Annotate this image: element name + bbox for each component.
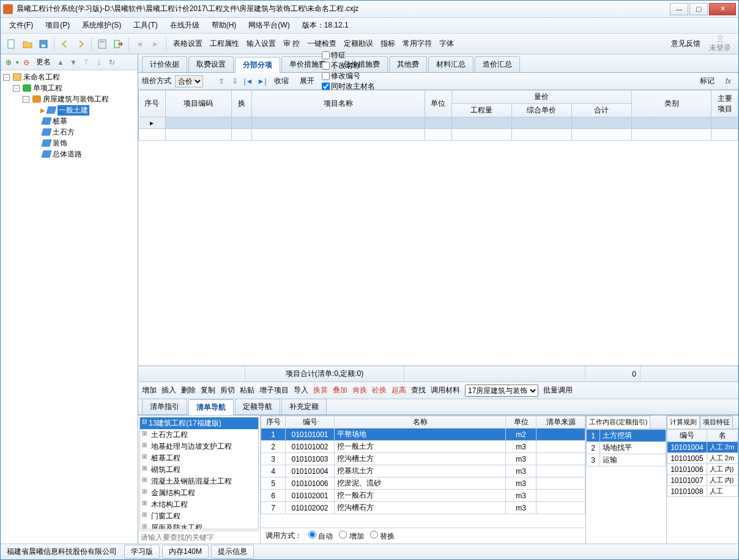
category-item[interactable]: 砌筑工程 (140, 464, 258, 476)
work-row[interactable]: 1土方挖填 (587, 430, 666, 442)
move-down-icon[interactable]: ▼ (68, 57, 79, 68)
menu-item[interactable]: 在线升级 (165, 18, 204, 32)
project-tree[interactable]: -未命名工程-单项工程-房屋建筑与装饰工程▶一般土建桩基土石方装饰总体道路 (1, 70, 138, 543)
list-row[interactable]: 3010101003挖沟槽土方m3 (261, 453, 585, 465)
action-button[interactable]: 粘贴 (240, 385, 254, 396)
minimize-button[interactable]: — (670, 3, 688, 15)
action-button[interactable]: 调用材料 (431, 385, 460, 396)
open-icon[interactable] (20, 37, 35, 51)
category-item[interactable]: 土石方工程 (140, 429, 258, 441)
redo-icon[interactable] (73, 37, 88, 51)
list-row[interactable]: 4010101004挖基坑土方m3 (261, 465, 585, 477)
nav-first-icon[interactable]: |◄ (243, 76, 253, 86)
indent-icon[interactable]: ⤓ (94, 57, 105, 68)
action-button[interactable]: 砼换 (372, 385, 387, 396)
material-select[interactable]: 17房屋建筑与装饰 (465, 385, 538, 397)
bottom-tab[interactable]: 补充定额 (281, 399, 327, 414)
close-button[interactable]: ✕ (709, 3, 736, 15)
menu-item[interactable]: 版本：18.12.1 (297, 18, 354, 32)
rule-row[interactable]: 10101005人工 2m (667, 453, 738, 464)
call-mode-radio[interactable]: 自动 (308, 532, 333, 540)
category-item[interactable]: 门窗工程 (140, 510, 258, 522)
category-item[interactable]: 混凝土及钢筋混凝土工程 (140, 476, 258, 487)
list-row[interactable]: 1010101001平整场地m2 (261, 429, 585, 441)
rule-row[interactable]: 10101004人工 2m (667, 442, 738, 453)
arrow-right-icon[interactable]: ► (148, 37, 163, 51)
tree-node[interactable]: 桩基 (1, 116, 138, 127)
collapse-button[interactable]: 收缩 (270, 74, 292, 88)
refresh-icon[interactable]: ↻ (106, 57, 117, 68)
bottom-tab[interactable]: 定额导航 (235, 399, 280, 414)
main-tab[interactable]: 造价汇总 (475, 56, 520, 72)
batch-button[interactable]: 批量调用 (543, 385, 573, 396)
new-icon[interactable] (4, 37, 19, 51)
work-content-grid[interactable]: 1土方挖填2场地找平3运输 (586, 429, 666, 466)
mark-button[interactable]: 标记 (696, 74, 718, 88)
action-button[interactable]: 肯换 (352, 385, 367, 396)
toolbar-text-button[interactable]: 一键检查 (303, 37, 340, 50)
tree-node[interactable]: -单项工程 (1, 83, 138, 94)
option-checkbox[interactable]: 修改编号 (322, 71, 390, 81)
menu-item[interactable]: 帮助(H) (207, 18, 242, 32)
group-mode-select[interactable]: 合价 (175, 75, 203, 87)
call-mode-radio[interactable]: 增加 (339, 532, 363, 540)
user-status[interactable]: 未登录 (705, 34, 735, 53)
table-row[interactable]: ▸ (139, 117, 738, 129)
action-button[interactable]: 换算 (313, 385, 328, 396)
tab-work-content[interactable]: 工作内容(定额指引) (586, 416, 650, 429)
toolbar-text-button[interactable]: 审 控 (280, 37, 303, 50)
action-button[interactable]: 删除 (181, 385, 196, 396)
action-button[interactable]: 增加 (142, 385, 157, 396)
fx-icon[interactable]: fx (722, 77, 735, 86)
undo-icon[interactable] (58, 37, 72, 51)
outdent-icon[interactable]: ⤒ (81, 57, 92, 68)
main-grid[interactable]: 序号 项目编码 换 项目名称 单位 量价 类别 主要项目 工程量 综合单价 合计 (138, 90, 738, 366)
main-tab[interactable]: 计价依据 (142, 56, 187, 72)
nav-down-icon[interactable]: ⇩ (230, 76, 240, 86)
toolbar-text-button[interactable]: 工程属性 (206, 37, 243, 50)
category-root[interactable]: 13建筑工程(17福建版) (140, 418, 258, 429)
toolbar-text-button[interactable]: 输入设置 (243, 37, 280, 50)
action-button[interactable]: 超高 (392, 385, 406, 396)
category-item[interactable]: 桩基工程 (140, 452, 258, 464)
menu-item[interactable]: 网络平台(W) (243, 18, 294, 32)
rule-tab[interactable]: 项目特征 (700, 416, 733, 429)
tree-node[interactable]: 总体道路 (1, 149, 138, 160)
call-mode-radio[interactable]: 替换 (370, 532, 395, 540)
main-tab[interactable]: 其他费 (389, 56, 427, 72)
action-button[interactable]: 查找 (411, 385, 426, 396)
menu-item[interactable]: 工具(T) (128, 18, 162, 32)
work-row[interactable]: 2场地找平 (587, 442, 666, 454)
main-tab[interactable]: 材料汇总 (428, 56, 473, 72)
search-input[interactable] (138, 531, 260, 543)
toolbar-text-button[interactable]: 常用字符 (399, 37, 436, 50)
list-row[interactable]: 5010101006挖淤泥、流砂m3 (261, 477, 585, 490)
tree-node[interactable]: 装饰 (1, 138, 138, 149)
list-row[interactable]: 6010102001挖一般石方m3 (261, 490, 585, 502)
rule-grid[interactable]: 编号名10101004人工 2m10101005人工 2m10101006人工 … (667, 429, 738, 497)
tree-node[interactable]: 土石方 (1, 127, 138, 138)
rule-tab[interactable]: 计算规则 (667, 416, 700, 429)
action-button[interactable]: 导入 (294, 385, 308, 396)
work-row[interactable]: 3运输 (587, 454, 666, 466)
rule-row[interactable]: 10101008人工 (667, 486, 738, 497)
tree-node[interactable]: -未命名工程 (1, 72, 138, 83)
list-grid[interactable]: 序号编号名称单位清单来源1010101001平整场地m22010101002挖一… (261, 416, 585, 514)
bottom-tab[interactable]: 清单导航 (188, 399, 234, 415)
action-button[interactable]: 插入 (162, 385, 176, 396)
exit-icon[interactable] (111, 37, 125, 51)
nav-last-icon[interactable]: ►| (257, 76, 267, 86)
category-tree[interactable]: 13建筑工程(17福建版)土石方工程地基处理与边坡支护工程桩基工程砌筑工程混凝土… (139, 417, 259, 529)
main-tab[interactable]: 分部分项 (235, 57, 280, 73)
expand-button[interactable]: 展开 (296, 74, 318, 88)
category-item[interactable]: 屋面及防水工程 (140, 522, 258, 529)
rule-row[interactable]: 10101006人工 内) (667, 464, 738, 475)
menu-item[interactable]: 系统维护(S) (77, 18, 126, 32)
calculator-icon[interactable] (95, 37, 110, 51)
rule-row[interactable]: 10101007人工 内) (667, 475, 738, 486)
toolbar-text-button[interactable]: 表格设置 (169, 37, 206, 50)
feedback-link[interactable]: 意见反馈 (667, 37, 704, 51)
option-checkbox[interactable]: 特征 (322, 50, 390, 61)
bottom-tab[interactable]: 清单指引 (142, 399, 187, 414)
category-item[interactable]: 金属结构工程 (140, 487, 258, 499)
